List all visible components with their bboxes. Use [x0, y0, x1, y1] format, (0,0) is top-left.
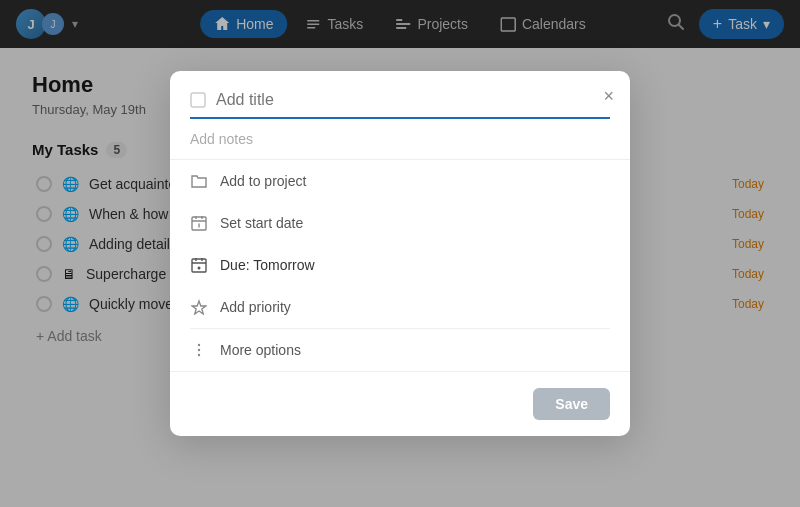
start-date-icon — [190, 214, 208, 232]
svg-rect-2 — [191, 93, 205, 107]
modal-header: × — [170, 71, 630, 119]
set-start-date-label: Set start date — [220, 215, 303, 231]
more-options-icon — [190, 341, 208, 359]
project-icon — [190, 172, 208, 190]
modal-footer: Save — [170, 371, 630, 436]
priority-icon — [190, 298, 208, 316]
due-date-icon — [190, 256, 208, 274]
add-priority-label: Add priority — [220, 299, 291, 315]
add-to-project-label: Add to project — [220, 173, 306, 189]
modal-more-options[interactable]: More options — [170, 329, 630, 371]
modal-add-priority[interactable]: Add priority — [170, 286, 630, 328]
svg-rect-4 — [192, 259, 206, 272]
due-date-label: Due: Tomorrow — [220, 257, 315, 273]
svg-point-6 — [198, 344, 200, 346]
modal-add-to-project[interactable]: Add to project — [170, 160, 630, 202]
modal-close-button[interactable]: × — [603, 87, 614, 105]
modal-task-icon — [190, 92, 206, 108]
modal-overlay[interactable]: × Add notes Add to project Set start dat… — [0, 0, 800, 507]
modal-due-date[interactable]: Due: Tomorrow — [170, 244, 630, 286]
modal-title-input[interactable] — [216, 91, 610, 109]
modal-set-start-date[interactable]: Set start date — [170, 202, 630, 244]
svg-point-7 — [198, 349, 200, 351]
svg-point-5 — [198, 267, 201, 270]
modal-save-button[interactable]: Save — [533, 388, 610, 420]
task-modal: × Add notes Add to project Set start dat… — [170, 71, 630, 436]
modal-notes-area[interactable]: Add notes — [170, 119, 630, 160]
svg-point-8 — [198, 354, 200, 356]
more-options-label: More options — [220, 342, 301, 358]
